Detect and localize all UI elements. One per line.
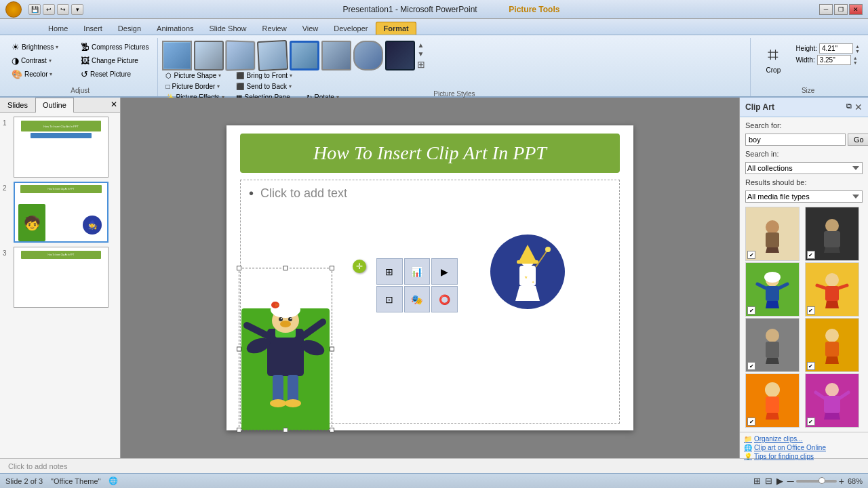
clipart-item-4[interactable]: ✔ (805, 262, 859, 317)
slide-preview-2[interactable]: How To Insert Clip Art In PPT 🧒 🧙 (14, 182, 108, 243)
organize-clips-link[interactable]: 📁 Organize clips... (744, 435, 864, 443)
tab-view[interactable]: View (295, 22, 326, 35)
cartoon-boy-container[interactable]: ✛ (239, 268, 332, 430)
tips-link[interactable]: 💡 Tips for finding clips (744, 453, 864, 460)
pic-style-1[interactable] (162, 41, 192, 70)
clipart-item-8[interactable]: ✔ (805, 373, 859, 428)
handle-tr[interactable] (330, 266, 334, 270)
crop-button[interactable]: ⌗ Crop (756, 41, 790, 77)
picture-shape-button[interactable]: ⬡ Picture Shape ▾ (162, 70, 230, 81)
media-icon[interactable]: ⭕ (431, 286, 458, 312)
close-button[interactable]: ✕ (849, 4, 863, 15)
height-input[interactable] (819, 43, 853, 54)
tab-animations[interactable]: Animations (149, 22, 201, 35)
change-picture-button[interactable]: 🖼 Change Picture (77, 54, 152, 67)
clipart-panel-close[interactable]: ✕ (854, 102, 863, 113)
chart-icon[interactable]: 📊 (404, 258, 431, 285)
pic-style-6[interactable] (321, 41, 351, 70)
zoom-thumb[interactable] (818, 477, 825, 484)
redo-icon[interactable]: ↪ (57, 4, 69, 15)
content-placeholder[interactable]: ⊞ 📊 ▶ ⊡ 🎭 ⭕ (376, 258, 458, 312)
tab-slides[interactable]: Slides (0, 98, 35, 112)
undo-icon[interactable]: ↩ (43, 4, 55, 15)
save-icon[interactable]: 💾 (28, 4, 41, 15)
slide-item-3[interactable]: 3 How To Insert Clip Art In PPT (3, 247, 117, 308)
zoom-in-button[interactable]: + (839, 476, 844, 487)
height-spinner[interactable]: ▲ ▼ (855, 44, 860, 54)
results-select[interactable]: All media file types (745, 190, 863, 203)
search-in-select[interactable]: All collections (745, 162, 863, 174)
clipart-item-2[interactable]: ✔ (805, 207, 859, 261)
slide-number-2: 2 (3, 184, 11, 192)
bring-to-front-button[interactable]: ⬛ Bring to Front ▾ (233, 70, 300, 81)
tab-outline[interactable]: Outline (35, 98, 74, 113)
pic-style-4[interactable] (257, 40, 288, 71)
handle-br[interactable] (330, 428, 334, 432)
svg-point-53 (765, 382, 780, 397)
clipart-item-6[interactable]: ✔ (805, 318, 859, 372)
click-to-add-text[interactable]: • Click to add text (241, 180, 619, 207)
tab-insert[interactable]: Insert (76, 22, 110, 35)
normal-view-icon[interactable]: ⊞ (753, 476, 761, 486)
svg-marker-39 (766, 301, 779, 308)
clipart-go-button[interactable]: Go (848, 134, 868, 146)
brightness-button[interactable]: ☀ Brightness ▾ (8, 41, 76, 54)
slide-sorter-icon[interactable]: ⊟ (765, 476, 772, 486)
tab-home[interactable]: Home (41, 22, 75, 35)
handle-bm[interactable] (283, 428, 288, 432)
zoom-out-button[interactable]: ─ (787, 476, 794, 487)
width-input[interactable] (817, 55, 851, 65)
restore-button[interactable]: ❐ (834, 4, 848, 15)
slideshow-icon[interactable]: ▶ (776, 476, 783, 486)
clipart-panel-title: Clip Art (745, 102, 774, 112)
clipart-item-5[interactable]: ✔ (745, 318, 800, 372)
handle-tm[interactable] (283, 266, 288, 270)
handle-mr[interactable] (330, 347, 334, 352)
handle-bl[interactable] (237, 428, 241, 432)
recolor-button[interactable]: 🎨 Recolor ▾ (8, 68, 76, 81)
pic-styles-scroll[interactable]: ▲ ▼ ⊞ (417, 41, 425, 70)
clipart-item-7-check: ✔ (747, 418, 755, 426)
reset-picture-button[interactable]: ↺ Reset Picture (77, 68, 152, 81)
clipart-icon[interactable]: 🎭 (404, 286, 431, 312)
pic-style-8[interactable] (385, 41, 415, 70)
picture-icon[interactable]: ⊡ (376, 286, 403, 312)
zoom-slider[interactable] (796, 480, 837, 483)
clipart-item-1[interactable]: ✔ (745, 207, 800, 261)
tab-review[interactable]: Review (255, 22, 294, 35)
tab-developer[interactable]: Developer (326, 22, 375, 35)
tab-design[interactable]: Design (111, 22, 149, 35)
clipart-search-input[interactable] (745, 134, 846, 146)
wizard-clipart[interactable]: ★ ★ ✦ (490, 235, 565, 309)
handle-tl[interactable] (237, 266, 241, 270)
slide-title-box[interactable]: How To Insert Clip Art In PPT (240, 134, 620, 173)
clip-art-online-link[interactable]: 🌐 Clip art on Office Online (744, 444, 864, 451)
clipart-item-7[interactable]: ✔ (745, 373, 800, 428)
clipart-item-3[interactable]: ✔ (745, 262, 800, 317)
svg-marker-52 (825, 357, 839, 364)
svg-marker-58 (824, 413, 840, 420)
office-button[interactable] (5, 1, 22, 18)
clipart-undock-icon[interactable]: ⧉ (846, 102, 852, 113)
slide-item-2[interactable]: 2 How To Insert Clip Art In PPT 🧒 🧙 (3, 182, 117, 243)
smartart-icon[interactable]: ▶ (431, 258, 458, 285)
svg-point-42 (825, 273, 839, 287)
slide-preview-3[interactable]: How To Insert Clip Art In PPT (14, 247, 108, 308)
slide-item-1[interactable]: 1 How To Insert Clip Art In PPT (3, 117, 117, 178)
minimize-button[interactable]: ─ (819, 4, 833, 15)
width-spinner[interactable]: ▲ ▼ (853, 56, 858, 65)
pic-style-2[interactable] (194, 41, 224, 70)
slide-preview-1[interactable]: How To Insert Clip Art In PPT (14, 117, 108, 178)
notes-bar[interactable]: Click to add notes (0, 458, 868, 473)
tab-format[interactable]: Format (376, 22, 416, 35)
more-icon[interactable]: ▾ (71, 4, 83, 15)
contrast-button[interactable]: ◑ Contrast ▾ (8, 54, 76, 67)
pic-style-3[interactable] (226, 40, 256, 70)
compress-button[interactable]: 🗜 Compress Pictures (77, 41, 152, 54)
table-icon[interactable]: ⊞ (376, 258, 403, 285)
pic-style-5-selected[interactable] (290, 41, 319, 70)
slides-panel-close[interactable]: ✕ (108, 98, 120, 112)
pic-style-7[interactable] (353, 41, 383, 70)
handle-ml[interactable] (237, 347, 241, 352)
tab-slideshow[interactable]: Slide Show (202, 22, 254, 35)
